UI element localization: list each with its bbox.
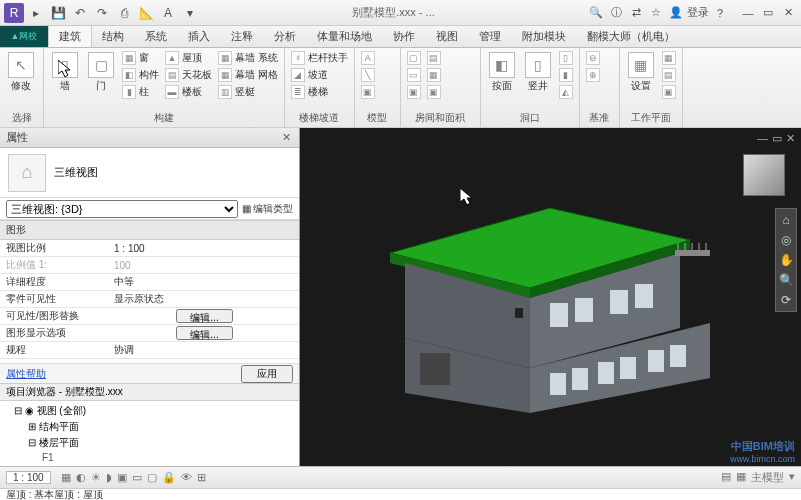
model-group-button[interactable]: ▣ [359,84,377,100]
tab-view[interactable]: 视图 [426,26,469,47]
room-sep-button[interactable]: ▭ [405,67,423,83]
visual-style-icon[interactable]: ◐ [76,471,86,484]
detail-level-icon[interactable]: ▦ [61,471,71,484]
main-model-label[interactable]: 主模型 [751,470,784,485]
area-tag-button[interactable]: ▣ [425,84,443,100]
open-icon[interactable]: ▸ [26,3,46,23]
filter-icon[interactable]: ▾ [789,470,795,485]
shaft-button[interactable]: ▯竖井 [521,50,555,93]
tab-insert[interactable]: 插入 [178,26,221,47]
login-text[interactable]: 登录 [687,4,709,22]
tab-addins[interactable]: 附加模块 [512,26,577,47]
pan-icon[interactable]: ✋ [779,253,794,267]
ref-plane-button[interactable]: ▤ [660,67,678,83]
vertical-opening-button[interactable]: ▮ [557,67,575,83]
vp-min-icon[interactable]: — [757,132,768,145]
vp-max-icon[interactable]: ▭ [772,132,782,145]
viewer-button[interactable]: ▣ [660,84,678,100]
model-line-button[interactable]: ╲ [359,67,377,83]
tab-analyze[interactable]: 分析 [264,26,307,47]
wheel-icon[interactable]: ◎ [781,233,791,247]
tab-systems[interactable]: 系统 [135,26,178,47]
redo-icon[interactable]: ↷ [92,3,112,23]
crop-visible-icon[interactable]: ▢ [147,471,157,484]
orbit-icon[interactable]: ⟳ [781,293,791,307]
tab-architecture[interactable]: 建筑 [48,26,92,47]
lock-icon[interactable]: 🔒 [162,471,176,484]
save-icon[interactable]: 💾 [48,3,68,23]
room-tag-button[interactable]: ▣ [405,84,423,100]
tab-structure[interactable]: 结构 [92,26,135,47]
ceiling-button[interactable]: ▤天花板 [163,67,214,83]
print-icon[interactable]: ⎙ [114,3,134,23]
3d-viewport[interactable]: — ▭ ✕ ⌂ ◎ ✋ 🔍 ⟳ [300,128,801,466]
edit-graphics-button[interactable]: 编辑... [176,326,232,340]
shadow-icon[interactable]: ◗ [106,471,112,484]
stair-button[interactable]: ≣楼梯 [289,84,350,100]
temp-hide-icon[interactable]: 👁 [181,471,192,484]
tab-massing[interactable]: 体量和场地 [307,26,383,47]
type-selector[interactable]: 三维视图: {3D} [6,200,238,218]
show-workplane-button[interactable]: ▦ [660,50,678,66]
properties-help-link[interactable]: 属性帮助 [6,367,46,381]
level-button[interactable]: ⊖ [584,50,602,66]
edit-type-button[interactable]: ▦编辑类型 [242,202,293,216]
max-icon[interactable]: ▭ [759,4,777,22]
apply-button[interactable]: 应用 [241,365,293,383]
vp-close-icon[interactable]: ✕ [786,132,795,145]
view-cube[interactable] [743,154,785,196]
tab-manage[interactable]: 管理 [469,26,512,47]
floor-button[interactable]: ▬楼板 [163,84,214,100]
edit-visibility-button[interactable]: 编辑... [176,309,232,323]
column-button[interactable]: ▮柱 [120,84,161,100]
select-links-icon[interactable]: ▤ [721,470,731,485]
ramp-button[interactable]: ◢坡道 [289,67,350,83]
set-workplane-button[interactable]: ▦设置 [624,50,658,93]
tab-collaborate[interactable]: 协作 [383,26,426,47]
zoom-icon[interactable]: 🔍 [779,273,794,287]
measure-icon[interactable]: 📐 [136,3,156,23]
area-button[interactable]: ▤ [425,50,443,66]
room-button[interactable]: ▢ [405,50,423,66]
tab-plugin[interactable]: 翻模大师（机电） [577,26,686,47]
roof-button[interactable]: ▲屋顶 [163,50,214,66]
home-icon[interactable]: ⌂ [782,213,789,227]
project-browser[interactable]: ⊟ ◉ 视图 (全部) ⊞ 结构平面 ⊟ 楼层平面 F1 [0,401,299,466]
render-icon[interactable]: ▣ [117,471,127,484]
comm-icon[interactable]: ⇄ [627,4,645,22]
tab-annotate[interactable]: 注释 [221,26,264,47]
help-icon[interactable]: ? [711,4,729,22]
min-icon[interactable]: — [739,4,757,22]
curtain-grid-button[interactable]: ▦幕墙 网格 [216,67,280,83]
door-button[interactable]: ▢门 [84,50,118,93]
reveal-icon[interactable]: ⊞ [197,471,206,484]
sun-icon[interactable]: ☀ [91,471,101,484]
wall-button[interactable]: ▯墙 [48,50,82,93]
model-text-button[interactable]: A [359,50,377,66]
area-bound-button[interactable]: ▦ [425,67,443,83]
undo-icon[interactable]: ↶ [70,3,90,23]
mullion-button[interactable]: ▥竖梃 [216,84,280,100]
star-icon[interactable]: ☆ [647,4,665,22]
crop-icon[interactable]: ▭ [132,471,142,484]
scale-display[interactable]: 1 : 100 [6,471,51,484]
properties-close-icon[interactable]: ✕ [279,131,293,144]
dormer-button[interactable]: ◭ [557,84,575,100]
curtain-system-button[interactable]: ▦幕墙 系统 [216,50,280,66]
panel-build: ▯墙 ▢门 ▦窗 ◧构件 ▮柱 ▲屋顶 ▤天花板 ▬楼板 ▦幕墙 系统 ▦幕墙 … [44,48,285,127]
wall-opening-button[interactable]: ▯ [557,50,575,66]
grid-button[interactable]: ⊕ [584,67,602,83]
worksets-icon[interactable]: ▦ [736,470,746,485]
modify-button[interactable]: ↖修改 [4,50,38,93]
user-icon[interactable]: 👤 [667,4,685,22]
component-button[interactable]: ◧构件 [120,67,161,83]
text-icon[interactable]: A [158,3,178,23]
close-icon[interactable]: ✕ [779,4,797,22]
railing-button[interactable]: ♯栏杆扶手 [289,50,350,66]
by-face-button[interactable]: ◧按面 [485,50,519,93]
app-menu-icon[interactable]: R [4,3,24,23]
info-icon[interactable]: ⓘ [607,4,625,22]
window-button[interactable]: ▦窗 [120,50,161,66]
search-icon[interactable]: 🔍 [587,4,605,22]
qat-dropdown-icon[interactable]: ▾ [180,3,200,23]
